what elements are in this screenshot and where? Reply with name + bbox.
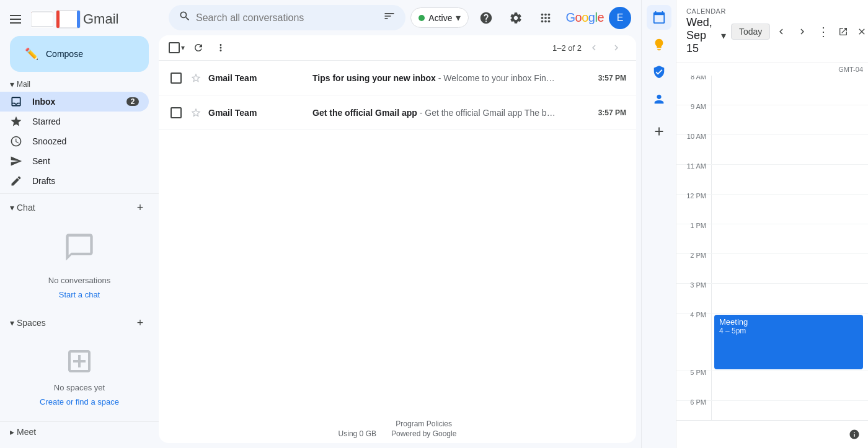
snoozed-label: Snoozed [32, 136, 139, 146]
pagination: 1–2 of 2 [552, 38, 626, 58]
sidebar-item-starred[interactable]: Starred [0, 112, 149, 131]
time-label-5pm: 5 PM [676, 366, 711, 400]
spaces-section-header[interactable]: ▾ Spaces + [0, 312, 159, 334]
hamburger-menu[interactable] [5, 10, 26, 29]
email-checkbox-cell[interactable] [169, 72, 184, 84]
drafts-label: Drafts [32, 176, 139, 186]
calendar-info-button[interactable] [846, 426, 863, 443]
sidebar-item-inbox[interactable]: Inbox 2 [0, 92, 149, 112]
pagination-next[interactable] [606, 38, 626, 58]
settings-button[interactable] [503, 6, 528, 30]
chat-empty-icon [63, 231, 95, 271]
search-input[interactable] [196, 12, 378, 24]
select-checkbox[interactable]: ▾ [169, 42, 186, 53]
email-1-checkbox[interactable] [170, 72, 182, 84]
snoozed-icon [10, 135, 22, 147]
gmail-icon [56, 10, 81, 29]
powered-by-link[interactable]: Powered by Google [391, 429, 456, 438]
email-2-star[interactable] [188, 107, 203, 118]
user-avatar[interactable]: E [609, 7, 631, 29]
time-label-4pm: 4 PM [676, 309, 711, 371]
calendar-close-button[interactable] [853, 23, 868, 40]
gmt-text: GMT-04 [838, 66, 863, 73]
filter-icon[interactable] [383, 10, 396, 25]
icon-panel [641, 0, 676, 448]
chat-label: Chat [17, 203, 35, 213]
time-slot-6pm: 6 PM [676, 401, 868, 420]
time-label-12pm: 12 PM [676, 190, 711, 224]
drafts-icon [10, 175, 22, 187]
sidebar-item-sent[interactable]: Sent [0, 151, 149, 171]
sidebar-item-snoozed[interactable]: Snoozed [0, 131, 149, 151]
apps-button[interactable] [533, 6, 558, 30]
calendar-external-link[interactable] [835, 23, 852, 40]
pagination-prev[interactable] [584, 38, 604, 58]
tasks-panel-icon[interactable] [647, 59, 671, 84]
email-2-subject: Get the official Gmail app [312, 108, 417, 118]
email-row[interactable]: Gmail Team Tips for using your new inbox… [159, 61, 636, 95]
calendar-more-button[interactable]: ⋮ [813, 22, 833, 42]
calendar-date-arrow[interactable]: ▾ [721, 30, 726, 42]
calendar-panel-icon[interactable] [647, 5, 671, 30]
calendar-header: CALENDAR Wed, Sep 15 ▾ Today ⋮ [676, 0, 868, 63]
contacts-panel-icon[interactable] [647, 87, 671, 112]
compose-label: Compose [46, 49, 83, 59]
chat-add-button[interactable]: + [131, 199, 149, 216]
select-dropdown-arrow[interactable]: ▾ [180, 42, 186, 53]
today-button[interactable]: Today [731, 24, 770, 40]
chat-empty-state: No conversations Start a chat [0, 219, 159, 312]
add-apps-button[interactable] [647, 119, 671, 144]
email-1-star[interactable] [188, 72, 203, 84]
sidebar-item-drafts[interactable]: Drafts [0, 171, 149, 191]
calendar-prev-button[interactable] [771, 22, 791, 42]
calendar-label: CALENDAR [686, 7, 726, 15]
chat-section-header[interactable]: ▾ Chat + [0, 196, 159, 219]
spaces-empty-icon [64, 346, 94, 378]
starred-label: Starred [32, 116, 139, 126]
mail-section-header[interactable]: ▾ Mail [0, 77, 159, 92]
calendar-event-meeting[interactable]: Meeting 4 – 5pm [714, 315, 863, 369]
star-icon [10, 115, 22, 128]
time-label-10am: 10 AM [676, 130, 711, 164]
topbar: Active ▾ Google E [159, 0, 641, 35]
email-1-subject: Tips for using your new inbox [312, 73, 436, 83]
select-all-checkbox[interactable] [169, 42, 180, 53]
create-space-link[interactable]: Create or find a space [40, 397, 119, 406]
time-content-4pm: Meeting 4 – 5pm [711, 314, 868, 371]
gmail-logo-icon [31, 11, 53, 28]
calendar-next-button[interactable] [792, 22, 812, 42]
search-box[interactable] [169, 5, 405, 30]
sidebar-header: Gmail [0, 5, 159, 33]
more-options-button[interactable] [211, 38, 231, 58]
spaces-add-button[interactable]: + [131, 314, 149, 332]
time-content-3pm [711, 284, 868, 313]
sent-icon [10, 155, 22, 167]
email-footer: Using 0 GB Program Policies Powered by G… [159, 247, 636, 444]
compose-button[interactable]: ✏️ Compose [10, 36, 149, 72]
google-logo: Google [565, 11, 604, 25]
keep-notes-panel-icon[interactable] [647, 32, 671, 57]
no-conversations-text: No conversations [48, 276, 110, 285]
inbox-badge: 2 [126, 97, 139, 106]
svg-rect-2 [56, 11, 80, 28]
email-2-checkbox[interactable] [170, 107, 182, 118]
status-button[interactable]: Active ▾ [410, 7, 469, 28]
storage-text: Using 0 GB [339, 429, 376, 438]
email-checkbox-cell[interactable] [169, 107, 184, 118]
no-spaces-text: No spaces yet [54, 383, 105, 392]
right-sidebar-calendar: CALENDAR Wed, Sep 15 ▾ Today ⋮ [676, 0, 868, 448]
event-time: 4 – 5pm [719, 327, 858, 335]
start-chat-link[interactable]: Start a chat [59, 290, 100, 299]
mail-section-label: Mail [17, 80, 30, 89]
help-button[interactable] [474, 6, 498, 30]
chat-section-title: ▾ Chat [10, 203, 35, 213]
spaces-empty-state: No spaces yet Create or find a space [0, 334, 159, 419]
spaces-label: Spaces [17, 318, 46, 328]
refresh-button[interactable] [188, 38, 208, 58]
meet-section-header[interactable]: ▸ Meet [0, 424, 159, 439]
email-1-preview: - Welcome to your inbox Fin… [438, 73, 555, 83]
gmail-text: Gmail [83, 11, 118, 27]
program-policies-link[interactable]: Program Policies [396, 419, 452, 428]
email-row[interactable]: Gmail Team Get the official Gmail app - … [159, 95, 636, 130]
email-2-preview: - Get the official Gmail app The b… [420, 108, 556, 118]
